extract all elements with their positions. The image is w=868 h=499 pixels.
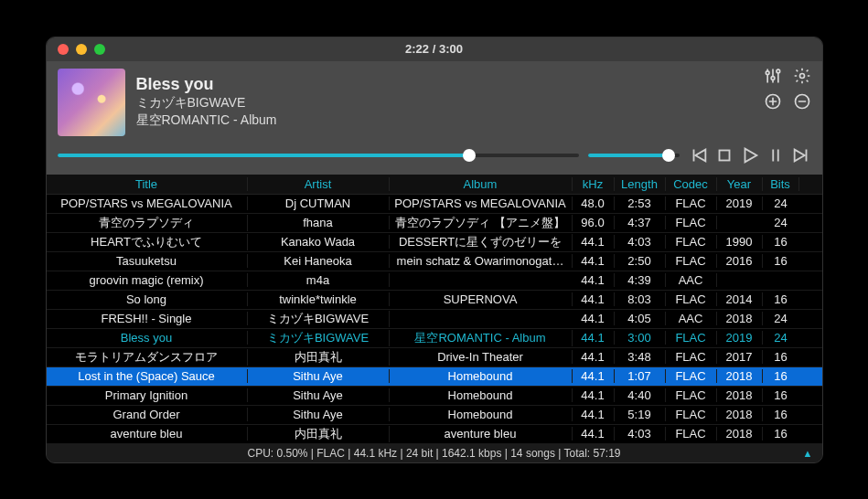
svg-point-5 <box>777 69 780 73</box>
cell-bits: 16 <box>763 427 799 441</box>
transport-controls <box>689 145 811 165</box>
seek-fill <box>58 154 469 157</box>
cell-year: 2014 <box>717 292 763 306</box>
table-row[interactable]: Lost in the (Space) SauceSithu AyeHomebo… <box>47 367 822 387</box>
expand-icon[interactable]: ▲ <box>803 448 813 459</box>
volume-bar[interactable] <box>588 154 680 157</box>
cell-codec: FLAC <box>666 254 717 268</box>
cell-artist: Kei Haneoka <box>248 254 390 268</box>
cell-bits: 16 <box>763 388 799 402</box>
cell-bits: 24 <box>763 216 799 229</box>
prev-button[interactable] <box>689 145 709 165</box>
volume-thumb[interactable] <box>662 149 675 162</box>
cell-title: aventure bleu <box>47 427 248 441</box>
cell-bits: 16 <box>763 408 799 421</box>
cell-artist: Kanako Wada <box>248 235 390 249</box>
col-year[interactable]: Year <box>717 177 763 191</box>
col-artist[interactable]: Artist <box>248 177 390 191</box>
cell-length: 3:48 <box>615 350 666 364</box>
table-header[interactable]: Title Artist Album kHz Length Codec Year… <box>47 175 822 195</box>
album-art[interactable] <box>58 69 125 136</box>
window-title: 2:22 / 3:00 <box>47 42 822 56</box>
cell-codec: AAC <box>666 273 717 287</box>
cell-codec: FLAC <box>666 292 717 306</box>
table-row[interactable]: Grand OrderSithu AyeHomebound44.15:19FLA… <box>47 406 822 425</box>
cell-khz: 44.1 <box>573 369 615 383</box>
cell-codec: FLAC <box>666 235 717 249</box>
seek-bar[interactable] <box>58 154 579 157</box>
cell-khz: 96.0 <box>573 216 615 229</box>
cell-khz: 44.1 <box>573 408 615 421</box>
cell-year: 2016 <box>717 254 763 268</box>
cell-year: 1990 <box>717 235 763 249</box>
close-button[interactable] <box>58 44 69 55</box>
seek-thumb[interactable] <box>463 149 476 162</box>
cell-title: Primary Ignition <box>47 388 248 402</box>
cell-length: 2:53 <box>615 196 666 210</box>
cell-khz: 44.1 <box>573 331 615 345</box>
track-album: 星空ROMANTIC - Album <box>136 112 811 129</box>
remove-icon[interactable] <box>793 92 811 111</box>
cell-bits: 16 <box>763 235 799 249</box>
pause-button[interactable] <box>766 145 786 165</box>
add-icon[interactable] <box>764 92 782 111</box>
table-row[interactable]: TasuuketsuKei Haneokamein schatz & Owari… <box>47 252 822 271</box>
cell-length: 4:37 <box>615 216 666 229</box>
maximize-button[interactable] <box>94 44 105 55</box>
cell-album: Homebound <box>390 408 573 421</box>
cell-artist: Sithu Aye <box>248 408 390 421</box>
col-title[interactable]: Title <box>47 177 248 191</box>
col-length[interactable]: Length <box>615 177 666 191</box>
volume-fill <box>588 154 669 157</box>
cell-album: 青空のラプソディ 【アニメ盤】 <box>390 215 573 231</box>
cell-khz: 44.1 <box>573 388 615 402</box>
svg-point-1 <box>766 70 769 74</box>
cell-year: 2017 <box>717 350 763 364</box>
cell-codec: FLAC <box>666 350 717 364</box>
table-row[interactable]: So longtwinkle*twinkleSUPERNOVA44.18:03F… <box>47 291 822 310</box>
equalizer-icon[interactable] <box>764 67 782 85</box>
track-title: Bless you <box>136 75 811 94</box>
cell-album: Homebound <box>390 388 573 402</box>
cell-length: 1:07 <box>615 369 666 383</box>
cell-year: 2018 <box>717 408 763 421</box>
cell-codec: FLAC <box>666 388 717 402</box>
cell-length: 4:03 <box>615 235 666 249</box>
play-button[interactable] <box>740 145 760 165</box>
cell-length: 5:19 <box>615 408 666 421</box>
cell-length: 4:40 <box>615 388 666 402</box>
table-row[interactable]: 青空のラプソディfhana青空のラプソディ 【アニメ盤】96.04:37FLAC… <box>47 214 822 233</box>
cell-length: 4:05 <box>615 312 666 325</box>
table-row[interactable]: Primary IgnitionSithu AyeHomebound44.14:… <box>47 387 822 406</box>
settings-icon[interactable] <box>793 67 811 85</box>
table-row[interactable]: FRESH!! - SingleミカヅキBIGWAVE44.14:05AAC20… <box>47 310 822 329</box>
col-khz[interactable]: kHz <box>573 177 615 191</box>
cell-year: 2018 <box>717 312 763 325</box>
now-playing-header: Bless you ミカヅキBIGWAVE 星空ROMANTIC - Album <box>47 61 822 145</box>
next-button[interactable] <box>791 145 811 165</box>
table-row[interactable]: モラトリアムダンスフロア内田真礼Drive-In Theater44.13:48… <box>47 348 822 367</box>
cell-artist: m4a <box>248 273 390 287</box>
minimize-button[interactable] <box>76 44 87 55</box>
table-row[interactable]: Bless youミカヅキBIGWAVE星空ROMANTIC - Album44… <box>47 329 822 348</box>
col-bits[interactable]: Bits <box>763 177 799 191</box>
cell-artist: Sithu Aye <box>248 369 390 383</box>
table-row[interactable]: POP/STARS vs MEGALOVANIADj CUTMANPOP/STA… <box>47 195 822 214</box>
stop-button[interactable] <box>714 145 734 165</box>
svg-marker-18 <box>794 149 804 161</box>
player-window: 2:22 / 3:00 Bless you ミカヅキBIGWAVE 星空ROMA… <box>46 37 823 463</box>
cell-album: aventure bleu <box>390 427 573 441</box>
table-row[interactable]: groovin magic (remix)m4a44.14:39AAC <box>47 271 822 291</box>
col-codec[interactable]: Codec <box>666 177 717 191</box>
window-controls <box>47 44 105 55</box>
cell-length: 2:50 <box>615 254 666 268</box>
table-row[interactable]: aventure bleu内田真礼aventure bleu44.14:03FL… <box>47 425 822 444</box>
cell-khz: 44.1 <box>573 350 615 364</box>
table-row[interactable]: HEARTでふりむいてKanako WadaDESSERTに星くずのゼリーを44… <box>47 233 822 252</box>
playlist-table: Title Artist Album kHz Length Codec Year… <box>47 175 822 444</box>
cell-title: HEARTでふりむいて <box>47 234 248 250</box>
cell-artist: 内田真礼 <box>248 426 390 442</box>
col-album[interactable]: Album <box>390 177 573 191</box>
cell-length: 8:03 <box>615 292 666 306</box>
cell-title: Bless you <box>47 331 248 345</box>
